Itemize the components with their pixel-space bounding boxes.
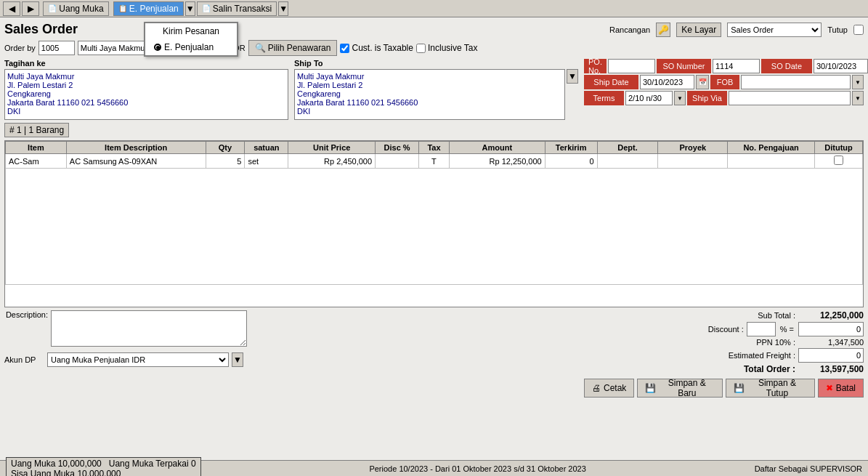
rancangan-select[interactable]: Sales Order xyxy=(727,23,822,37)
cell-dept xyxy=(597,154,658,169)
table-row[interactable]: AC-Sam AC Samsung AS-09XAN 5 set Rp 2,45… xyxy=(6,154,863,169)
radio-empty-icon xyxy=(154,28,160,34)
cust-taxable-label: Cust. is Taxable xyxy=(340,43,413,53)
terms-dropdown-arrow[interactable]: ▼ xyxy=(674,91,686,105)
col-terkirim: Terkirim xyxy=(545,142,597,154)
status-left-text: Uang Muka 10,000,000 Uang Muka Terpakai … xyxy=(11,459,196,477)
tab-salin-transaksi-dropdown[interactable]: ▼ xyxy=(278,1,288,16)
bottom-left: Description: Akun DP Uang Muka Penjualan… xyxy=(4,310,578,367)
cell-disc xyxy=(376,154,419,169)
ke-layar-button[interactable]: Ke Layar xyxy=(676,23,721,37)
fob-label: FOB xyxy=(710,75,739,89)
back-button[interactable]: ◀ xyxy=(3,1,20,16)
col-proyek: Proyek xyxy=(658,142,728,154)
ship-via-dropdown-arrow[interactable]: ▼ xyxy=(852,91,864,105)
so-date-label: SO Date xyxy=(761,59,812,73)
inclusive-tax-checkbox[interactable] xyxy=(416,44,426,53)
cust-taxable-checkbox[interactable] xyxy=(340,44,349,53)
sub-total-value: 12,250,000 xyxy=(798,310,864,320)
col-no-pengajuan: No. Pengajuan xyxy=(728,142,815,154)
status-center: Periode 10/2023 - Dari 01 Oktober 2023 s… xyxy=(369,464,585,473)
ship-date-cal-button[interactable]: 📅 xyxy=(696,75,709,89)
batal-icon: ✖ xyxy=(826,383,833,393)
main-content: Sales Order Rancangan 🔑 Ke Layar Sales O… xyxy=(0,17,868,476)
cell-unit-price: Rp 2,450,000 xyxy=(288,154,376,169)
total-order-label: Total Order : xyxy=(708,364,795,374)
col-ditutup: Ditutup xyxy=(815,142,863,154)
discount-pct-input[interactable] xyxy=(747,322,776,336)
ship-to-dropdown[interactable]: ▼ xyxy=(567,69,578,84)
status-right: Daftar Sebagai SUPERVISOR xyxy=(755,464,862,473)
ditutup-checkbox[interactable] xyxy=(834,156,843,165)
tutup-checkbox[interactable] xyxy=(853,25,864,35)
table-wrapper: Item Item Description Qty satuan Unit Pr… xyxy=(4,140,864,307)
akun-dp-label: Akun DP xyxy=(4,355,44,364)
discount-value-input[interactable] xyxy=(798,322,864,336)
ship-to-address: Multi Jaya Makmur Jl. Palem Lestari 2 Ce… xyxy=(294,69,565,120)
order-by-id-input[interactable] xyxy=(38,41,75,55)
tagihan-title: Tagihan ke xyxy=(4,59,288,68)
table-empty-row xyxy=(6,169,863,285)
eq-label: % = xyxy=(780,325,794,334)
freight-row: Estimated Freight : xyxy=(584,348,864,363)
batal-button[interactable]: ✖ Batal xyxy=(818,379,864,398)
ship-to-title: Ship To xyxy=(294,59,578,68)
action-bar: 🖨 Cetak 💾 Simpan & Baru 💾 Simpan & Tutup… xyxy=(584,376,864,400)
simpan-tutup-icon: 💾 xyxy=(734,383,745,393)
simpan-baru-button[interactable]: 💾 Simpan & Baru xyxy=(637,379,723,398)
ppn-label: PPN 10% : xyxy=(708,338,795,347)
cell-ditutup[interactable] xyxy=(815,154,863,169)
tab-e-penjualan[interactable]: 📋 E. Penjualan xyxy=(113,1,184,16)
pilih-icon: 🔍 xyxy=(255,43,266,53)
akun-dp-dropdown[interactable]: ▼ xyxy=(232,352,243,367)
simpan-tutup-button[interactable]: 💾 Simpan & Tutup xyxy=(726,379,814,398)
header-section: Sales Order Rancangan 🔑 Ke Layar Sales O… xyxy=(4,22,864,37)
ship-date-input[interactable] xyxy=(640,75,694,89)
akun-dp-select[interactable]: Uang Muka Penjualan IDR xyxy=(47,352,229,367)
col-amount: Amount xyxy=(449,142,545,154)
col-qty: Qty xyxy=(206,142,245,154)
terms-label: Terms xyxy=(584,91,624,105)
ship-via-label: Ship Via xyxy=(687,91,727,105)
pilih-penawaran-button[interactable]: 🔍 Pilih Penawaran xyxy=(248,40,338,56)
barang-tab[interactable]: # 1 | 1 Barang xyxy=(4,123,69,137)
dropdown-item-kirim-pesanan[interactable]: Kirim Pesanan xyxy=(145,23,237,39)
total-order-row: Total Order : 13,597,500 xyxy=(584,364,864,374)
description-textarea[interactable] xyxy=(51,310,247,347)
barang-tab-label: # 1 | 1 Barang xyxy=(9,125,64,135)
ship-via-input[interactable] xyxy=(729,91,851,105)
cetak-button[interactable]: 🖨 Cetak xyxy=(584,379,634,398)
cell-amount: Rp 12,250,000 xyxy=(449,154,545,169)
totals-section: Sub Total : 12,250,000 Discount : % = PP… xyxy=(584,310,864,374)
ship-date-label: Ship Date xyxy=(584,75,638,89)
fob-dropdown-arrow[interactable]: ▼ xyxy=(852,75,864,89)
forward-button[interactable]: ▶ xyxy=(22,1,39,16)
akun-dp-row: Akun DP Uang Muka Penjualan IDR ▼ xyxy=(4,352,578,367)
ppn-row: PPN 10% : 1,347,500 xyxy=(584,338,864,347)
sub-total-row: Sub Total : 12,250,000 xyxy=(584,310,864,320)
tagihan-section: Tagihan ke Multi Jaya Makmur Jl. Palem L… xyxy=(4,59,288,120)
freight-input[interactable] xyxy=(798,348,864,363)
po-no-input[interactable] xyxy=(608,59,655,73)
right-fields: PO. No. SO Number SO Date 📅 Ship Date 📅 … xyxy=(584,59,864,120)
so-date-input[interactable] xyxy=(814,59,868,73)
terms-input[interactable] xyxy=(625,91,673,105)
fob-input[interactable] xyxy=(741,75,851,89)
so-number-input[interactable] xyxy=(713,59,760,73)
col-unit-price: Unit Price xyxy=(288,142,376,154)
tab-uang-muka[interactable]: 📄 Uang Muka xyxy=(43,1,108,16)
po-no-label: PO. No. xyxy=(584,59,607,73)
ke-layar-label: Ke Layar xyxy=(681,25,716,35)
cell-satuan: set xyxy=(245,154,288,169)
col-satuan: satuan xyxy=(245,142,288,154)
dropdown-item-e-penjualan[interactable]: E. Penjualan xyxy=(145,39,237,55)
freight-label: Estimated Freight : xyxy=(708,351,795,360)
page-title: Sales Order xyxy=(4,22,78,37)
order-by-label: Order by xyxy=(4,44,36,52)
header-right: Rancangan 🔑 Ke Layar Sales Order Tutup xyxy=(609,23,864,37)
tab-salin-transaksi[interactable]: 📄 Salin Transaksi xyxy=(197,1,277,16)
tab-e-penjualan-dropdown[interactable]: ▼ xyxy=(185,1,195,16)
status-bar: Uang Muka 10,000,000 Uang Muka Terpakai … xyxy=(0,460,868,476)
discount-row: Discount : % = xyxy=(584,322,864,336)
tutup-label: Tutup xyxy=(827,25,848,34)
